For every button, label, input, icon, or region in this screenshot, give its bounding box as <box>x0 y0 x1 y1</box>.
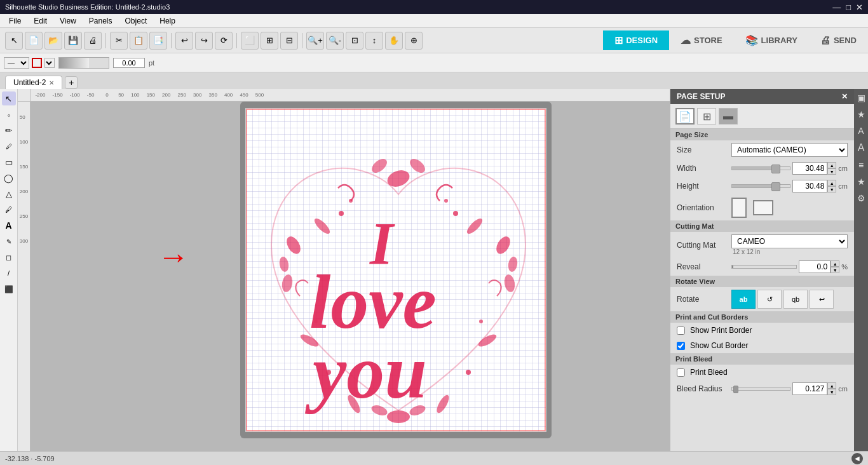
save-button[interactable]: 💾 <box>64 32 82 50</box>
page-setup-close[interactable]: ✕ <box>841 92 848 101</box>
zoom-area[interactable]: ⊕ <box>405 32 423 50</box>
width-input[interactable]: 30.48 <box>792 162 827 175</box>
height-slider[interactable] <box>731 184 790 188</box>
edit-tool[interactable]: ✎ <box>2 234 16 248</box>
text-tool[interactable]: A <box>2 219 16 232</box>
zoom-fit[interactable]: ⊡ <box>346 32 363 50</box>
doc-tab-close[interactable]: ✕ <box>49 79 54 86</box>
stroke-style-dropdown[interactable]: ▼ <box>44 58 55 68</box>
right-icon-2[interactable]: ★ <box>857 109 865 119</box>
cutting-mat: ▲ I <box>240 102 552 438</box>
new-button[interactable]: 📄 <box>25 32 43 50</box>
rotate-btn-90[interactable]: ↺ <box>757 290 782 309</box>
refresh-button[interactable]: ⟳ <box>215 32 233 50</box>
height-down[interactable]: ▼ <box>827 186 836 192</box>
paste-button[interactable]: 📑 <box>149 32 167 50</box>
reveal-input[interactable]: 0.0 <box>799 260 831 273</box>
close-button[interactable]: ✕ <box>856 3 863 12</box>
right-icon-6[interactable]: ★ <box>857 177 865 187</box>
reveal-up[interactable]: ▲ <box>831 260 839 267</box>
menu-help[interactable]: Help <box>153 15 182 27</box>
width-slider[interactable] <box>731 166 790 170</box>
cut-button[interactable]: ✂ <box>110 32 128 50</box>
zoom-in[interactable]: 🔍+ <box>306 32 324 50</box>
move-tool[interactable]: ↕ <box>365 32 383 50</box>
right-icon-5[interactable]: ≡ <box>858 160 864 170</box>
height-up[interactable]: ▲ <box>827 180 836 186</box>
tab-store[interactable]: ☁ STORE <box>669 30 734 50</box>
cut-tool[interactable]: / <box>2 266 16 280</box>
thickness-input[interactable]: 0.00 <box>113 58 145 68</box>
right-icon-3[interactable]: A <box>858 126 864 136</box>
ellipse-tool[interactable]: ◯ <box>2 171 16 185</box>
node-tool[interactable]: ⬦ <box>2 107 16 121</box>
undo-button[interactable]: ↩ <box>175 32 193 50</box>
select-all[interactable]: ⬜ <box>241 32 259 50</box>
height-input[interactable]: 30.48 <box>792 180 827 192</box>
polygon-tool[interactable]: △ <box>2 187 16 201</box>
status-bar: -32.138 · -5.709 ◀ <box>0 451 868 465</box>
redo-button[interactable]: ↪ <box>195 32 213 50</box>
panel-icon-layout[interactable]: ▬ <box>719 108 738 125</box>
arrow-tool[interactable]: ↖ <box>2 91 16 105</box>
menu-object[interactable]: Object <box>119 15 154 27</box>
show-print-border-checkbox[interactable] <box>677 327 685 335</box>
draw-tool[interactable]: ✏ <box>2 123 16 137</box>
group-btn[interactable]: ⊞ <box>261 32 278 50</box>
rotate-btn-270[interactable]: ↩ <box>810 290 834 309</box>
rectangle-tool[interactable]: ▭ <box>2 155 16 169</box>
menu-view[interactable]: View <box>53 15 83 27</box>
width-up[interactable]: ▲ <box>827 162 836 168</box>
doc-tab-untitled2[interactable]: Untitled-2 ✕ <box>5 76 62 89</box>
canvas-area: -200 -150 -100 -50 0 50 100 150 200 250 … <box>18 89 670 451</box>
stroke-color-preview[interactable] <box>32 58 42 68</box>
bleed-up[interactable]: ▲ <box>827 382 836 389</box>
copy-button[interactable]: 📋 <box>130 32 147 50</box>
bleed-down[interactable]: ▼ <box>827 389 836 395</box>
zoom-out[interactable]: 🔍- <box>326 32 344 50</box>
tab-library[interactable]: 📚 LIBRARY <box>734 30 809 50</box>
add-tab-button[interactable]: + <box>65 76 78 89</box>
height-slider-thumb[interactable] <box>771 182 780 191</box>
right-icon-1[interactable]: ▣ <box>857 93 865 103</box>
right-icon-4[interactable]: A <box>858 142 865 154</box>
maximize-button[interactable]: □ <box>846 3 851 12</box>
rotate-btn-180[interactable]: qb <box>783 290 808 309</box>
landscape-icon[interactable] <box>753 200 773 215</box>
ungroup-btn[interactable]: ⊟ <box>280 32 298 50</box>
menu-edit[interactable]: Edit <box>27 15 53 27</box>
menu-file[interactable]: File <box>3 15 27 27</box>
size-select[interactable]: Automatic (CAMEO) <box>731 143 848 157</box>
panel-icon-page[interactable]: 📄 <box>675 108 695 125</box>
print-button[interactable]: 🖨 <box>84 32 102 50</box>
reveal-slider-thumb[interactable] <box>732 266 733 268</box>
open-button[interactable]: 📂 <box>44 32 62 50</box>
bleed-slider-thumb[interactable] <box>733 386 738 393</box>
reveal-down[interactable]: ▼ <box>831 267 839 273</box>
menu-panels[interactable]: Panels <box>83 15 119 27</box>
fill-tool[interactable]: ⬛ <box>2 282 16 296</box>
bleed-input[interactable]: 0.127 <box>792 382 827 395</box>
eraser-tool[interactable]: ◻ <box>2 250 16 264</box>
bleed-slider[interactable] <box>731 387 790 391</box>
status-icon[interactable]: ◀ <box>851 453 863 464</box>
width-down[interactable]: ▼ <box>827 168 836 175</box>
pan-tool[interactable]: ✋ <box>385 32 403 50</box>
panel-icon-grid[interactable]: ⊞ <box>697 108 716 125</box>
right-icon-7[interactable]: ⚙ <box>857 193 865 203</box>
pen-tool[interactable]: 🖋 <box>2 203 16 217</box>
menu-bar: File Edit View Panels Object Help <box>0 14 868 28</box>
stroke-dropdown[interactable]: — <box>4 57 29 69</box>
select-tool[interactable]: ↖ <box>5 32 23 50</box>
print-bleed-checkbox[interactable] <box>677 368 685 377</box>
minimize-button[interactable]: — <box>832 3 841 12</box>
show-cut-border-checkbox[interactable] <box>677 342 685 350</box>
rotate-btn-0[interactable]: ab <box>731 290 756 309</box>
tab-design[interactable]: ⊞ DESIGN <box>603 30 669 50</box>
cutting-mat-select[interactable]: CAMEO <box>731 234 848 248</box>
width-slider-thumb[interactable] <box>771 165 780 173</box>
reveal-slider[interactable] <box>731 265 797 269</box>
portrait-icon[interactable] <box>731 198 747 218</box>
pencil-tool[interactable]: 🖊 <box>2 139 16 153</box>
tab-send[interactable]: 🖨 SEND <box>809 31 868 50</box>
